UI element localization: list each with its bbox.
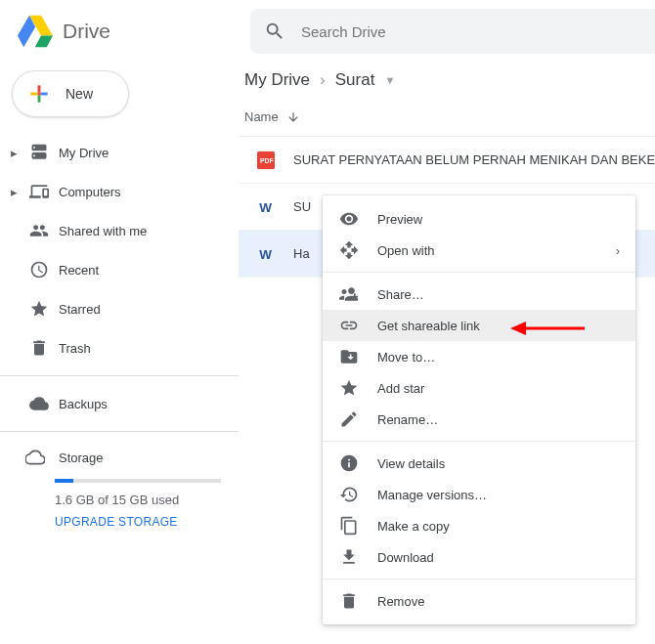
sidebar-item-label: Backups <box>59 397 108 411</box>
sidebar-item-label: Trash <box>59 341 91 356</box>
sidebar-item-computers[interactable]: ▸ Computers <box>0 172 239 211</box>
menu-item-preview[interactable]: Preview <box>323 203 635 235</box>
svg-text:W: W <box>259 246 272 261</box>
svg-text:PDF: PDF <box>260 157 274 164</box>
search-bar[interactable] <box>250 9 655 54</box>
svg-text:W: W <box>259 199 272 214</box>
storage-used-text: 1.6 GB of 15 GB used <box>55 493 221 507</box>
new-button[interactable]: New <box>12 70 129 117</box>
sidebar-item-label: My Drive <box>59 146 109 160</box>
menu-item-make-copy[interactable]: Make a copy <box>323 510 635 541</box>
share-icon <box>338 284 360 304</box>
column-header-name[interactable]: Name <box>239 104 655 137</box>
backups-icon <box>27 394 51 413</box>
recent-icon <box>27 260 51 279</box>
download-icon <box>338 547 360 567</box>
sort-arrow-icon <box>286 110 300 124</box>
plus-icon <box>26 81 52 107</box>
menu-item-add-star[interactable]: Add star <box>323 372 635 404</box>
star-icon <box>27 299 51 319</box>
menu-item-label: Remove <box>377 594 424 609</box>
computers-icon <box>27 182 51 201</box>
menu-item-label: Download <box>377 550 434 565</box>
logo-area[interactable]: Drive <box>0 14 250 49</box>
divider <box>0 431 239 432</box>
link-icon <box>338 316 360 335</box>
menu-item-manage-versions[interactable]: Manage versions… <box>323 479 635 510</box>
move-to-icon <box>338 347 360 366</box>
storage-block: Storage 1.6 GB of 15 GB used UPGRADE STO… <box>0 440 239 537</box>
context-menu: Preview Open with › Share… Get shareable… <box>323 195 635 624</box>
sidebar-item-label: Recent <box>59 263 99 278</box>
pdf-icon: PDF <box>256 151 276 169</box>
app-name: Drive <box>63 20 110 43</box>
sidebar-item-label: Starred <box>59 302 101 317</box>
chevron-right-icon: ▸ <box>8 185 20 199</box>
history-icon <box>338 485 360 504</box>
menu-item-open-with[interactable]: Open with › <box>323 235 635 266</box>
drive-icon <box>27 143 51 162</box>
chevron-down-icon[interactable]: ▼ <box>384 74 395 86</box>
chevron-right-icon: ▸ <box>8 146 20 160</box>
menu-item-download[interactable]: Download <box>323 541 635 573</box>
upgrade-storage-link[interactable]: UPGRADE STORAGE <box>55 515 221 529</box>
sidebar: New ▸ My Drive ▸ Computers Shared with m… <box>0 63 239 644</box>
menu-item-label: Get shareable link <box>377 319 480 333</box>
storage-title: Storage <box>59 451 104 465</box>
copy-icon <box>338 516 360 536</box>
sidebar-item-starred[interactable]: Starred <box>0 289 239 328</box>
file-name: Ha <box>293 246 310 261</box>
sidebar-item-label: Shared with me <box>59 224 147 238</box>
menu-item-label: Open with <box>377 243 435 258</box>
menu-item-rename[interactable]: Rename… <box>323 404 635 435</box>
sidebar-item-recent[interactable]: Recent <box>0 250 239 289</box>
menu-item-label: Manage versions… <box>377 488 487 502</box>
menu-item-get-shareable-link[interactable]: Get shareable link <box>323 310 635 341</box>
drive-logo-icon <box>18 14 53 49</box>
sidebar-item-shared[interactable]: Shared with me <box>0 211 239 250</box>
menu-item-label: View details <box>377 456 445 471</box>
new-button-label: New <box>66 86 93 102</box>
menu-item-share[interactable]: Share… <box>323 279 635 310</box>
trash-icon <box>338 591 360 611</box>
open-with-icon <box>338 240 360 260</box>
search-input[interactable] <box>301 23 655 40</box>
eye-icon <box>338 209 360 229</box>
menu-item-label: Preview <box>377 212 422 227</box>
chevron-right-icon: › <box>320 70 326 90</box>
menu-item-move-to[interactable]: Move to… <box>323 341 635 372</box>
sidebar-item-label: Computers <box>59 185 121 199</box>
sidebar-item-trash[interactable]: Trash <box>0 328 239 367</box>
menu-item-view-details[interactable]: View details <box>323 448 635 479</box>
info-icon <box>338 453 360 473</box>
rename-icon <box>338 409 360 429</box>
menu-item-label: Add star <box>377 381 424 396</box>
sidebar-item-my-drive[interactable]: ▸ My Drive <box>0 133 239 172</box>
file-name: SU <box>293 199 311 214</box>
breadcrumb-root[interactable]: My Drive <box>244 70 310 90</box>
menu-item-label: Rename… <box>377 412 438 427</box>
menu-item-label: Share… <box>377 287 424 302</box>
menu-separator <box>323 441 635 442</box>
breadcrumb-current[interactable]: Surat <box>335 70 375 90</box>
divider <box>0 375 239 376</box>
header: Drive <box>0 0 655 63</box>
shared-icon <box>27 221 51 240</box>
storage-bar <box>55 479 221 483</box>
column-header-label: Name <box>244 109 279 124</box>
file-name: SURAT PERNYATAAN BELUM PERNAH MENIKAH DA… <box>293 152 655 167</box>
cloud-icon <box>25 448 45 467</box>
search-icon <box>264 21 285 42</box>
chevron-right-icon: › <box>616 243 620 258</box>
word-icon: W <box>256 245 276 263</box>
menu-item-label: Make a copy <box>377 519 450 534</box>
menu-item-remove[interactable]: Remove <box>323 585 635 617</box>
trash-icon <box>27 338 51 358</box>
word-icon: W <box>256 198 276 216</box>
sidebar-item-backups[interactable]: Backups <box>0 384 239 423</box>
file-row[interactable]: PDF SURAT PERNYATAAN BELUM PERNAH MENIKA… <box>239 137 655 184</box>
menu-separator <box>323 272 635 273</box>
star-icon <box>338 378 360 398</box>
breadcrumb: My Drive › Surat ▼ <box>239 66 655 104</box>
menu-item-label: Move to… <box>377 350 435 365</box>
